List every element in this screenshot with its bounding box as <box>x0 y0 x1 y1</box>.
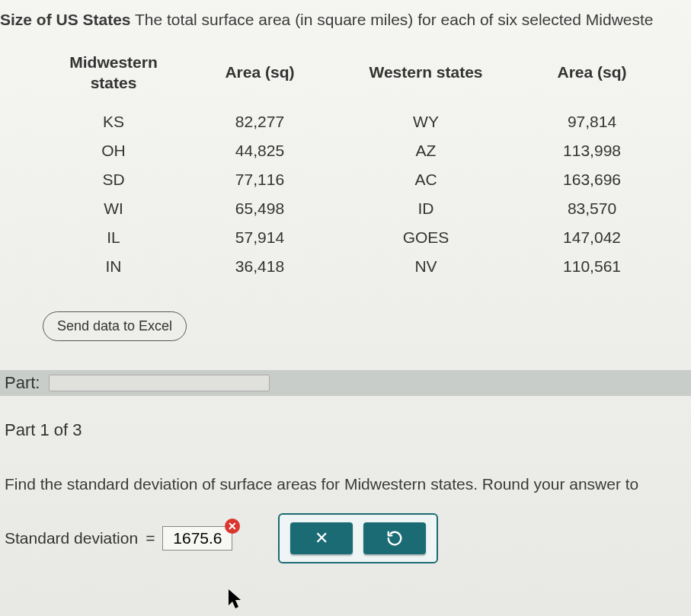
table-cell: 113,998 <box>526 136 658 165</box>
table-cell: 36,418 <box>194 252 326 281</box>
table-header-row: Midwestern states Area (sq) Western stat… <box>34 46 658 107</box>
part-progress-bar: Part: <box>0 370 691 396</box>
table-row: OH44,825AZ113,998 <box>34 136 658 165</box>
col-header-western: Western states <box>325 46 526 107</box>
question-text: Find the standard deviation of surface a… <box>0 475 691 493</box>
table-cell: 110,561 <box>526 252 658 281</box>
table-cell: WI <box>34 194 194 223</box>
table-cell: OH <box>34 136 194 165</box>
table-cell: WY <box>325 107 526 136</box>
clear-button[interactable]: ✕ <box>290 522 353 554</box>
standard-deviation-input[interactable] <box>162 526 232 551</box>
part-number-label: Part 1 of 3 <box>0 420 691 440</box>
table-cell: GOES <box>325 223 526 252</box>
table-cell: KS <box>34 107 194 136</box>
equals-sign: = <box>146 529 155 547</box>
reset-button[interactable] <box>363 522 426 554</box>
table-cell: 83,570 <box>526 194 658 223</box>
table-cell: 163,696 <box>526 165 658 194</box>
table-cell: SD <box>34 165 194 194</box>
problem-title-rest: The total surface area (in square miles)… <box>131 11 654 28</box>
part-bar-label: Part: <box>5 373 40 393</box>
table-cell: AC <box>325 165 526 194</box>
table-row: KS82,277WY97,814 <box>34 107 658 136</box>
table-cell: ID <box>325 194 526 223</box>
states-area-table: Midwestern states Area (sq) Western stat… <box>34 46 658 281</box>
answer-action-group: ✕ <box>278 513 438 563</box>
table-cell: IN <box>34 252 194 281</box>
problem-header: Size of US States The total surface area… <box>0 0 691 46</box>
send-to-excel-button[interactable]: Send data to Excel <box>43 311 187 341</box>
part-progress-slot <box>49 375 270 391</box>
answer-row: Standard deviation = ✕ ✕ <box>0 513 691 563</box>
table-cell: 44,825 <box>194 136 326 165</box>
col-header-midwestern: Midwestern states <box>34 46 194 107</box>
table-row: SD77,116AC163,696 <box>34 165 658 194</box>
table-cell: IL <box>34 223 194 252</box>
close-icon: ✕ <box>315 528 328 548</box>
table-cell: 147,042 <box>526 223 658 252</box>
mouse-cursor-icon <box>227 589 244 613</box>
table-cell: 97,814 <box>526 107 658 136</box>
table-cell: 77,116 <box>194 165 326 194</box>
error-icon: ✕ <box>225 519 240 534</box>
table-cell: AZ <box>325 136 526 165</box>
table-cell: NV <box>325 252 526 281</box>
table-cell: 57,914 <box>194 223 326 252</box>
table-row: IN36,418NV110,561 <box>34 252 658 281</box>
answer-label: Standard deviation <box>5 529 138 547</box>
problem-title-bold: Size of US States <box>0 11 131 28</box>
col-header-mw-area: Area (sq) <box>194 46 326 107</box>
table-cell: 82,277 <box>194 107 326 136</box>
table-row: IL57,914GOES147,042 <box>34 223 658 252</box>
col-header-w-area: Area (sq) <box>526 46 658 107</box>
undo-icon <box>386 530 403 547</box>
table-cell: 65,498 <box>194 194 326 223</box>
table-row: WI65,498ID83,570 <box>34 194 658 223</box>
